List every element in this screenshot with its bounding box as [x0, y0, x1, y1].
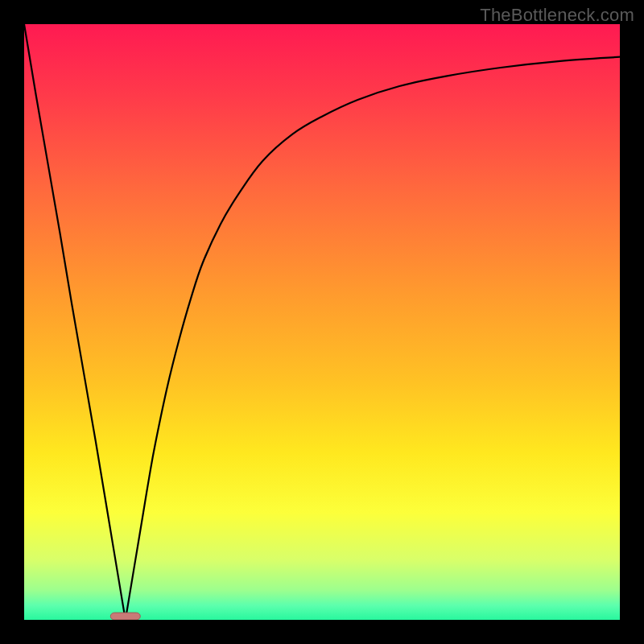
chart-frame: TheBottleneck.com	[0, 0, 644, 644]
watermark-text: TheBottleneck.com	[480, 5, 634, 26]
gradient-background	[24, 24, 620, 620]
plot-area	[24, 24, 620, 620]
optimal-point-marker	[110, 613, 140, 620]
bottleneck-chart	[24, 24, 620, 620]
